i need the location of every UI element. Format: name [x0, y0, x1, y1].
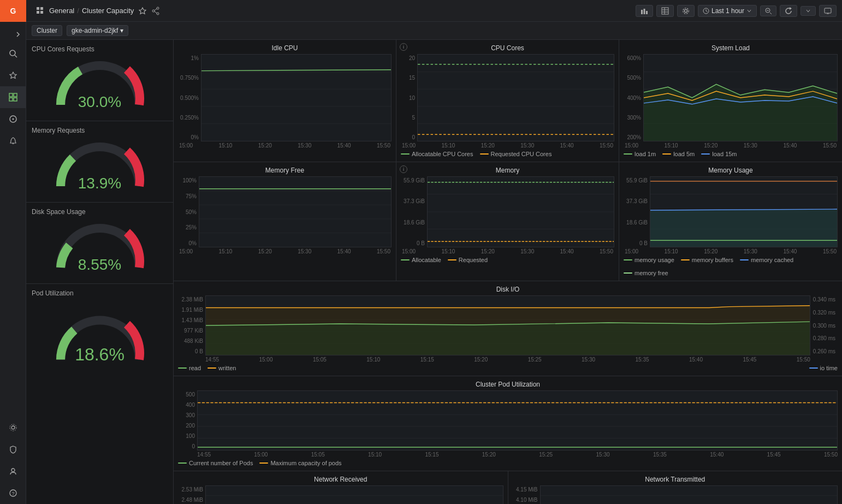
idle-cpu-panel: Idle CPU 1% 0.750% 0.500% 0.250% 0%	[174, 40, 396, 162]
chevron-down-icon	[746, 8, 752, 14]
svg-rect-8	[14, 98, 17, 101]
memory-usage-panel: Memory Usage 55.9 GiB37.3 GiB18.6 GiB0 B	[619, 162, 842, 281]
refresh-icon	[785, 7, 792, 15]
share-icon[interactable]	[151, 7, 160, 15]
svg-point-23	[152, 10, 155, 12]
cpu-cores-chart	[417, 54, 614, 141]
memory-usage-title: Memory Usage	[624, 167, 838, 174]
idle-cpu-y0: 1%	[178, 55, 199, 61]
memory-panel: i Memory 55.9 GiB37.3 GiB18.6 GiB0 B	[396, 162, 619, 281]
time-range-picker[interactable]: Last 1 hour	[698, 5, 757, 17]
filterbar: Cluster gke-admin-d2jkf ▾	[26, 22, 842, 40]
cluster-filter-dropdown[interactable]: gke-admin-d2jkf ▾	[67, 25, 128, 36]
system-load-xaxis: 15:0015:1015:2015:3015:4015:50	[624, 143, 838, 149]
svg-line-25	[155, 9, 157, 10]
sidebar-item-settings[interactable]	[0, 417, 26, 438]
memory-chart-title: Memory	[401, 167, 614, 174]
star-icon[interactable]	[138, 7, 147, 15]
memory-requests-gauge-wrap: 13.9%	[51, 137, 149, 197]
breadcrumb: General / Cluster Capacity	[49, 7, 134, 15]
sidebar-item-help[interactable]: ?	[0, 482, 26, 504]
cpu-cores-gauge-wrap: 30.0%	[51, 55, 149, 115]
sidebar-item-dashboard[interactable]	[0, 86, 26, 108]
cluster-pod-title: Cluster Pod Utilization	[178, 381, 838, 388]
topbar: General / Cluster Capacity Last 1 hour	[0, 0, 842, 22]
system-load-chart	[643, 54, 838, 141]
sidebar-item-search[interactable]	[0, 43, 26, 64]
svg-point-24	[157, 13, 159, 15]
cluster-filter-value: gke-admin-d2jkf	[72, 27, 118, 34]
network-transmitted-panel: Network Transmitted 4.15 MiB4.10 MiB4.05…	[508, 471, 843, 504]
svg-marker-42	[790, 7, 792, 10]
svg-rect-28	[643, 9, 645, 14]
refresh-interval-button[interactable]	[801, 6, 816, 16]
svg-rect-30	[662, 8, 668, 14]
sidebar-item-alerts[interactable]	[0, 130, 26, 152]
svg-rect-7	[9, 98, 13, 101]
svg-rect-18	[40, 7, 43, 10]
svg-line-26	[155, 11, 157, 13]
breadcrumb-general[interactable]: General	[49, 7, 74, 15]
cpu-cores-panel: i CPU Cores 20151050	[396, 40, 619, 162]
cluster-dropdown-arrow: ▾	[120, 27, 123, 34]
pod-utilization-gauge-value: 18.6%	[75, 345, 124, 365]
svg-rect-27	[641, 10, 643, 14]
cluster-pod-row: Cluster Pod Utilization 5004003002001000	[174, 376, 842, 471]
app-logo[interactable]: G	[0, 0, 26, 22]
idle-cpu-y3: 0.250%	[178, 115, 199, 121]
svg-text:?: ?	[11, 491, 14, 496]
disk-io-chart	[205, 295, 810, 355]
monitor-button[interactable]	[819, 5, 837, 17]
system-load-legend: load 1m load 5m load 15m	[624, 151, 838, 157]
disk-io-row: Disk I/O 2.38 MiB1.91 MiB1.43 MiB977 KiB…	[174, 281, 842, 376]
breadcrumb-subtitle: Cluster Capacity	[82, 7, 134, 15]
memory-requests-gauge-value: 13.9%	[78, 175, 121, 192]
cpu-cores-gauge-value: 30.0%	[78, 93, 121, 111]
monitor-icon	[824, 7, 832, 15]
network-received-panel: Network Received 2.53 MiB2.48 MiB2.43 Mi…	[174, 471, 508, 504]
idle-cpu-y1: 0.750%	[178, 75, 199, 81]
topbar-left: General / Cluster Capacity	[5, 7, 636, 15]
svg-rect-43	[825, 8, 831, 13]
svg-line-38	[706, 11, 708, 12]
idle-cpu-title: Idle CPU	[178, 44, 392, 52]
zoom-out-button[interactable]	[760, 5, 776, 16]
sidebar-item-starred[interactable]	[0, 64, 26, 86]
network-received-chart	[205, 485, 503, 504]
svg-point-34	[684, 9, 687, 12]
network-row: Network Received 2.53 MiB2.48 MiB2.43 Mi…	[174, 471, 842, 504]
topbar-right: Last 1 hour	[636, 5, 837, 17]
svg-point-10	[12, 118, 14, 120]
sidebar-item-shield[interactable]	[0, 438, 26, 460]
disk-space-title: Disk Space Usage	[32, 208, 86, 216]
disk-space-gauge-wrap: 8.55%	[51, 218, 149, 278]
chevron-down-icon-2	[805, 8, 811, 14]
cpu-cores-legend: Allocatable CPU Cores Requested CPU Core…	[401, 151, 614, 157]
charts-column: Idle CPU 1% 0.750% 0.500% 0.250% 0%	[174, 40, 842, 504]
memory-free-panel: Memory Free 100%75%50%25%0%	[174, 162, 396, 281]
cluster-pod-legend: Current number of Pods Maximum capacity …	[178, 460, 838, 466]
cpu-cores-info-icon[interactable]: i	[400, 43, 407, 51]
disk-io-title: Disk I/O	[178, 286, 838, 293]
sidebar-item-user[interactable]	[0, 460, 26, 482]
cluster-pod-chart	[197, 390, 838, 450]
refresh-button[interactable]	[780, 5, 797, 17]
svg-marker-69	[650, 209, 837, 247]
clock-icon	[703, 8, 709, 14]
cpu-cores-xaxis: 15:0015:1015:2015:3015:4015:50	[401, 143, 614, 149]
sidebar-expand-button[interactable]	[0, 26, 26, 43]
sidebar: G ?	[0, 0, 26, 504]
sidebar-item-explore[interactable]	[0, 108, 26, 130]
table-view-button[interactable]	[656, 5, 674, 17]
settings-button[interactable]	[677, 5, 695, 17]
bar-chart-icon	[641, 7, 648, 15]
dashboard-icon	[9, 93, 17, 102]
network-received-title: Network Received	[178, 476, 503, 483]
memory-free-xaxis: 15:0015:1015:2015:3015:4015:50	[178, 248, 392, 254]
svg-text:G: G	[10, 7, 16, 15]
memory-legend: Allocatable Requested	[401, 257, 614, 263]
disk-space-gauge-value: 8.55%	[78, 256, 121, 274]
bar-chart-button[interactable]	[636, 5, 653, 17]
svg-marker-75	[206, 322, 810, 355]
memory-info-icon[interactable]: i	[400, 165, 407, 173]
